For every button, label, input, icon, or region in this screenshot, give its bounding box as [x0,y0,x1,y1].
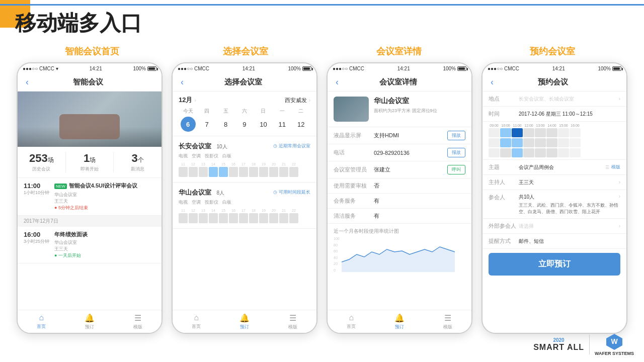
slot-free [179,167,188,177]
room-detail-desc: 面积约为23平方米 固定席位9位 [374,108,465,114]
meeting-list: 11:00 1小时10分钟 NEW 智能会议4.5UI设计评审会议 华山会议室 … [18,178,162,310]
chart-container: 100 80 60 40 20 0 [334,237,465,272]
time-grid-labels: 09:00 10:00 11:00 12:00 13:00 14:00 15:0… [489,124,620,127]
nav-title-1: 智能会议 [33,77,143,87]
room-detail-header: 华山会议室 面积约为23平方米 固定席位9位 [328,92,471,127]
detail-label-1: 电话 [334,149,374,156]
meeting-item-2[interactable]: 16:00 3小时25分钟 年终绩效面谈 华山会议室 王三天 ● 一天后开始 [18,227,162,263]
room-cap-2: 8人 [216,190,224,196]
brand-year: 2020 [553,337,564,343]
back-button-2[interactable]: ‹ [181,77,184,87]
stat-num-messages: 3个 [114,152,162,165]
book-label-time: 时间 [489,110,519,118]
bell-icon-2: 🔔 [239,313,250,323]
detail-label-4: 会务服务 [334,197,374,205]
room-item-2[interactable]: 华山会议室 8人 ◷ 可用时间段延长 电视 空调 投影仪 白板 11 12 [173,183,316,229]
slot-label-22: 22 [289,162,298,166]
back-button-3[interactable]: ‹ [336,77,339,87]
room-item-1[interactable]: 长安会议室 10人 ◷ 近期常用会议室 电视 空调 投影仪 白板 [173,136,316,183]
slot-free [249,167,258,177]
y-label-20: 20 [334,262,340,265]
y-label-40: 40 [334,256,340,259]
slot-label-12: 12 [189,162,198,166]
tab-book-1[interactable]: 🔔 预订 [85,313,95,330]
slot-busy [209,167,218,177]
nav-title-3: 会议室详情 [343,77,453,87]
meeting-status-1: ● 5分钟之后结束 [54,205,155,211]
battery-icon-3 [457,66,466,71]
tab-template-label-2: 模版 [288,324,297,330]
tab-home-2[interactable]: ⌂ 首页 [192,313,201,330]
cal-label-5: 一 [275,108,290,115]
tab-template-2[interactable]: ☰ 模版 [288,313,297,330]
tab-book-3[interactable]: 🔔 预订 [394,313,405,330]
cal-label-6: 二 [293,108,308,115]
tab-template-1[interactable]: ☰ 模版 [133,313,142,330]
book-value-participants: 共10人 [519,194,619,201]
phone-2: ●●●○○ CMCC 14:21 100% ‹ 选择会议室 12月 › [172,62,317,334]
status-right-4: 100% [598,66,621,71]
back-button-1[interactable]: ‹ [26,77,29,87]
tab-template-3[interactable]: ☰ 模版 [443,313,452,330]
detail-action-2[interactable]: 呼叫 [447,165,465,174]
new-badge-1: NEW [54,184,67,189]
tab-home-3[interactable]: ⌂ 首页 [347,313,356,330]
status-left-4: ●●●○○ CMCC [488,66,519,71]
book-row-external: 外部参会人 请选择 › [482,219,626,234]
room-name-1: 长安会议室 [179,142,211,150]
time-2: 14:21 [243,66,255,71]
cal-day-6[interactable]: 6 [181,117,196,132]
cal-day-8[interactable]: 8 [218,117,233,132]
tab-home-label-1: 首页 [37,323,46,330]
back-button-4[interactable]: ‹ [491,77,494,87]
time-grid-container: 09:00 10:00 11:00 12:00 13:00 14:00 15:0… [482,122,626,160]
detail-row-0: 液晶显示屏 支持HDMI 报故 [328,127,471,144]
amenity-board-1: 白板 [222,153,231,159]
cal-month: 12月 [179,96,192,105]
cal-location: 西安威发 [285,97,307,104]
room-link-1[interactable]: ◷ 近期常用会议室 [273,143,310,149]
tab-book-2[interactable]: 🔔 预订 [239,313,250,330]
slot-free [269,167,278,177]
room-link-2[interactable]: ◷ 可用时间段延长 [273,189,310,196]
book-button[interactable]: 立即预订 [489,253,620,276]
battery-icon-1 [147,66,156,71]
cal-day-7[interactable]: 7 [199,117,214,132]
location-chevron: › [619,96,620,102]
book-row-location: 地点 长安会议室、长城会议室 › [482,92,626,107]
battery-icon-2 [302,66,311,71]
template-icon-3: ☰ [444,313,451,323]
status-left-2: ●●●○○ CMCC [178,66,209,71]
room-header-2: 华山会议室 8人 ◷ 可用时间段延长 [179,188,310,197]
battery-2: 100% [288,66,301,71]
carrier-2: ●●●○○ CMCC [178,66,209,71]
detail-action-1[interactable]: 报故 [447,148,465,157]
meeting-item-1[interactable]: 11:00 1小时10分钟 NEW 智能会议4.5UI设计评审会议 华山会议室 … [18,178,162,216]
usage-chart [342,237,457,272]
cal-day-12[interactable]: 12 [293,117,308,132]
cal-day-10[interactable]: 10 [256,117,271,132]
meeting-time-1: 11:00 [24,182,49,190]
cal-day-9[interactable]: 9 [237,117,252,132]
book-label-host: 主持人 [489,178,519,186]
phone-content-1: 253场 历史会议 1场 即将开始 3个 新消息 11:0 [18,92,162,310]
book-value-subject: 会议产品周例会 [519,164,605,171]
room-name-2: 华山会议室 [179,189,211,196]
cal-day-11[interactable]: 11 [275,117,290,132]
room-header-1: 长安会议室 10人 ◷ 近期常用会议室 [179,141,310,151]
stat-label-messages: 新消息 [114,166,162,172]
book-label-location: 地点 [489,95,519,103]
status-bar-3: ●●●○○ CMCC 14:21 100% [328,63,471,73]
slot-free [279,167,288,177]
time-4: 14:21 [552,66,565,71]
book-value-location: 长安会议室、长城会议室 [519,96,619,103]
slot-free [239,167,248,177]
slot-free [259,167,268,177]
detail-action-0[interactable]: 报故 [447,131,465,140]
tab-home-1[interactable]: ⌂ 首页 [37,313,46,330]
status-right-2: 100% [288,66,311,71]
subject-icon: ☰ [605,165,609,170]
battery-icon-4 [612,66,621,71]
wafer-systems-logo: W WAFER SYSTEMS [595,333,634,356]
status-bar-2: ●●●○○ CMCC 14:21 100% [173,63,316,73]
